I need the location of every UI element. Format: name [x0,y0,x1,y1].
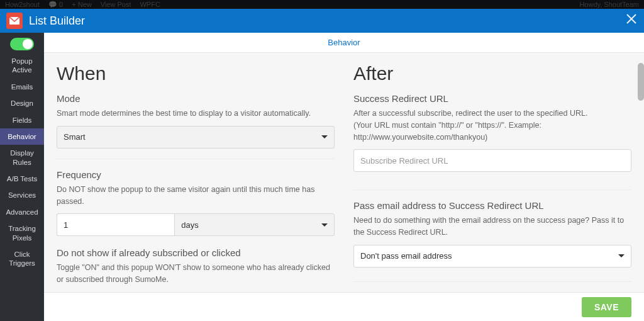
when-heading: When [57,63,335,84]
wp-view[interactable]: View Post [101,1,131,9]
pass-email-label: Pass email address to Success Redirect U… [353,200,631,211]
sidebar-item-tracking-pixels[interactable]: Tracking Pixels [0,220,44,246]
wp-new[interactable]: + New [72,1,92,9]
save-button[interactable]: SAVE [582,297,631,317]
modal-header: List Builder [0,9,644,33]
after-heading: After [353,63,631,84]
pass-email-select[interactable]: Don't pass email address [353,245,631,268]
chevron-down-icon [618,254,625,257]
modal-title: List Builder [29,14,625,28]
footer: SAVE [44,292,644,321]
mode-value: Smart [64,132,86,142]
frequency-help: Do NOT show the popup to the same visito… [57,184,335,208]
redirect-label: Success Redirect URL [353,93,631,104]
frequency-input[interactable] [57,213,174,236]
chevron-down-icon [321,135,328,138]
when-column: When Mode Smart mode determines the best… [55,60,336,292]
sidebar-item-services[interactable]: Services [0,187,44,203]
app-logo [6,13,23,29]
chevron-down-icon [321,223,328,227]
popup-active-toggle[interactable] [10,38,34,50]
tab-label: Behavior [328,38,360,47]
redirect-help: After a successful subscribe, redirect t… [353,108,631,143]
wp-wpfc[interactable]: WPFC [140,1,160,9]
mode-select[interactable]: Smart [57,126,335,149]
wp-comments-icon[interactable]: 💬 0 [48,1,63,9]
scrollbar[interactable] [638,63,644,101]
sidebar-item-advanced[interactable]: Advanced [0,204,44,220]
noshow-help: Toggle "ON" and this popup WON'T show to… [57,262,335,286]
sidebar: Popup Active Emails Design Fields Behavi… [0,33,44,321]
redirect-url-input[interactable] [353,149,631,172]
content-area: Behavior When Mode Smart mode determines… [44,33,644,321]
frequency-unit-value: days [181,220,198,230]
sidebar-item-design[interactable]: Design [0,95,44,111]
list-builder-modal: List Builder Popup Active Emails Design … [0,9,644,321]
wp-greeting[interactable]: Howdy, ShoutTeam [579,1,639,8]
sidebar-item-click-triggers[interactable]: Click Triggers [0,246,44,272]
close-icon[interactable] [625,13,638,29]
pass-email-value: Don't pass email address [360,251,452,261]
pass-email-help: Need to do something with the email addr… [353,215,631,239]
frequency-unit-select[interactable]: days [174,213,335,236]
after-column: After Success Redirect URL After a succe… [352,60,633,292]
wp-site[interactable]: How2shout [5,1,40,9]
sidebar-item-emails[interactable]: Emails [0,79,44,95]
tab-behavior[interactable]: Behavior [44,33,644,53]
sidebar-item-display-rules[interactable]: Display Rules [0,145,44,171]
frequency-label: Frequency [57,169,335,180]
wp-admin-bar: How2shout 💬 0 + New View Post WPFC Howdy… [0,0,644,9]
sidebar-item-fields[interactable]: Fields [0,112,44,128]
mode-label: Mode [57,93,335,104]
sidebar-item-ab-tests[interactable]: A/B Tests [0,171,44,187]
sidebar-toggle-label: Popup Active [0,55,44,79]
noshow-label: Do not show if already subscribed or cli… [57,247,335,258]
sidebar-item-behavior[interactable]: Behavior [0,128,44,145]
mode-help: Smart mode determines the best time to d… [57,108,335,120]
